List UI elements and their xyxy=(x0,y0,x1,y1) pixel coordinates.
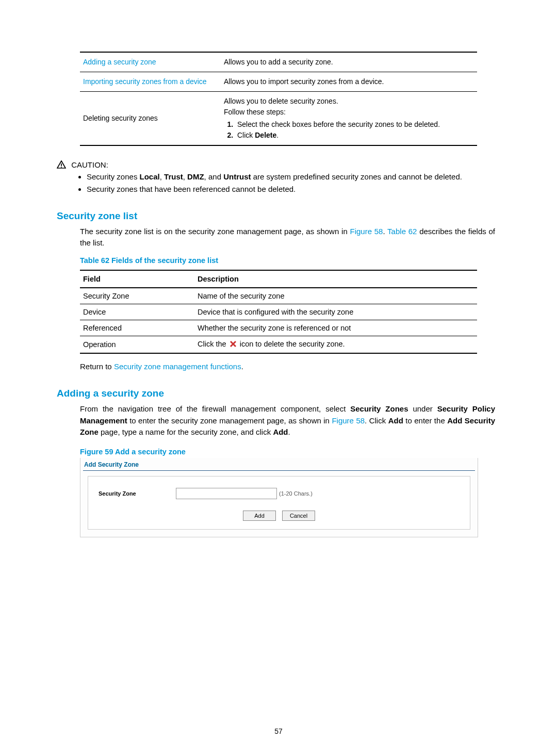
return-link-paragraph: Return to Security zone management funct… xyxy=(80,361,495,373)
link-figure-58[interactable]: Figure 58 xyxy=(332,416,365,425)
security-zone-input[interactable] xyxy=(176,488,277,499)
link-figure-58[interactable]: Figure 58 xyxy=(350,227,383,236)
caution-bullet: Security zones Local, Trust, DMZ, and Un… xyxy=(87,171,495,183)
cell-text: Deleting security zones xyxy=(83,114,158,122)
add-button[interactable]: Add xyxy=(243,511,276,521)
table-row: Security Zone Name of the security zone xyxy=(80,288,477,304)
page-number: 57 xyxy=(0,727,557,735)
caution-block: CAUTION: Security zones Local, Trust, DM… xyxy=(57,160,495,195)
table-row: Device Device that is configured with th… xyxy=(80,304,477,320)
figure-add-security-zone: Add Security Zone Security Zone (1-20 Ch… xyxy=(80,458,478,537)
heading-security-zone-list: Security zone list xyxy=(57,210,495,222)
th-description: Description xyxy=(194,270,477,288)
step-item: Select the check boxes before the securi… xyxy=(235,119,471,130)
steps-list: Select the check boxes before the securi… xyxy=(224,119,471,141)
th-field: Field xyxy=(80,270,194,288)
field-table: Field Description Security Zone Name of … xyxy=(80,270,477,354)
cell-text: Allows you to add a security zone. xyxy=(224,58,333,66)
table-row: Operation Click the icon to delete the s… xyxy=(80,336,477,353)
figure-title: Add Security Zone xyxy=(83,459,475,471)
step-item: Click Delete. xyxy=(235,130,471,141)
cell-text: Allows you to import security zones from… xyxy=(224,77,384,86)
link-importing-security-zones[interactable]: Importing security zones from a device xyxy=(83,77,207,86)
table-caption: Table 62 Fields of the security zone lis… xyxy=(80,256,495,265)
field-label-security-zone: Security Zone xyxy=(99,490,176,497)
caution-icon xyxy=(57,160,71,169)
link-table-62[interactable]: Table 62 xyxy=(387,227,417,236)
body-paragraph: From the navigation tree of the firewall… xyxy=(80,403,495,438)
function-table: Adding a security zone Allows you to add… xyxy=(80,52,477,146)
heading-adding-security-zone: Adding a security zone xyxy=(57,388,495,399)
cell-text: Allows you to delete security zones. xyxy=(224,96,471,107)
caution-bullet: Security zones that have been referenced… xyxy=(87,184,495,195)
link-adding-security-zone[interactable]: Adding a security zone xyxy=(83,58,156,66)
figure-caption: Figure 59 Add a security zone xyxy=(80,448,495,456)
link-security-zone-management-functions[interactable]: Security zone management functions xyxy=(114,362,241,371)
input-hint: (1-20 Chars.) xyxy=(279,490,313,497)
svg-point-1 xyxy=(61,167,62,168)
delete-icon xyxy=(230,340,237,349)
body-paragraph: The security zone list is on the securit… xyxy=(80,226,495,249)
table-row: Referenced Whether the security zone is … xyxy=(80,320,477,336)
cell-text: Follow these steps: xyxy=(224,107,471,118)
caution-label: CAUTION: xyxy=(71,160,108,169)
cancel-button[interactable]: Cancel xyxy=(282,511,315,521)
